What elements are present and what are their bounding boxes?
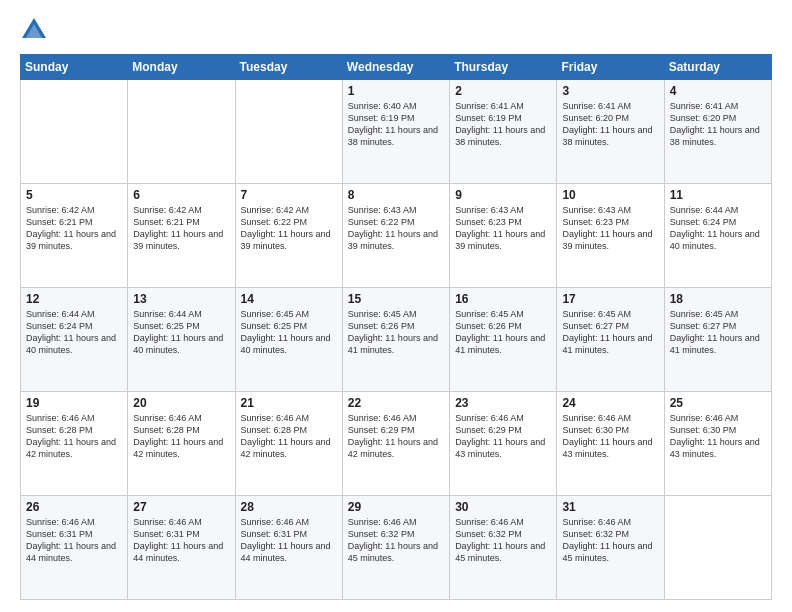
calendar-cell: 4Sunrise: 6:41 AM Sunset: 6:20 PM Daylig… — [664, 80, 771, 184]
calendar-week-5: 26Sunrise: 6:46 AM Sunset: 6:31 PM Dayli… — [21, 496, 772, 600]
calendar-cell: 1Sunrise: 6:40 AM Sunset: 6:19 PM Daylig… — [342, 80, 449, 184]
calendar-cell: 23Sunrise: 6:46 AM Sunset: 6:29 PM Dayli… — [450, 392, 557, 496]
day-number: 12 — [26, 292, 122, 306]
calendar-week-4: 19Sunrise: 6:46 AM Sunset: 6:28 PM Dayli… — [21, 392, 772, 496]
day-info: Sunrise: 6:46 AM Sunset: 6:28 PM Dayligh… — [241, 412, 337, 461]
day-number: 13 — [133, 292, 229, 306]
day-info: Sunrise: 6:46 AM Sunset: 6:31 PM Dayligh… — [241, 516, 337, 565]
day-number: 7 — [241, 188, 337, 202]
calendar-header-saturday: Saturday — [664, 55, 771, 80]
day-info: Sunrise: 6:46 AM Sunset: 6:31 PM Dayligh… — [26, 516, 122, 565]
calendar-cell: 31Sunrise: 6:46 AM Sunset: 6:32 PM Dayli… — [557, 496, 664, 600]
calendar-cell: 5Sunrise: 6:42 AM Sunset: 6:21 PM Daylig… — [21, 184, 128, 288]
calendar-week-3: 12Sunrise: 6:44 AM Sunset: 6:24 PM Dayli… — [21, 288, 772, 392]
calendar-cell — [235, 80, 342, 184]
day-number: 20 — [133, 396, 229, 410]
calendar-cell: 12Sunrise: 6:44 AM Sunset: 6:24 PM Dayli… — [21, 288, 128, 392]
calendar-cell: 9Sunrise: 6:43 AM Sunset: 6:23 PM Daylig… — [450, 184, 557, 288]
day-number: 5 — [26, 188, 122, 202]
day-info: Sunrise: 6:46 AM Sunset: 6:30 PM Dayligh… — [670, 412, 766, 461]
calendar-cell: 24Sunrise: 6:46 AM Sunset: 6:30 PM Dayli… — [557, 392, 664, 496]
day-info: Sunrise: 6:46 AM Sunset: 6:32 PM Dayligh… — [348, 516, 444, 565]
calendar-header-friday: Friday — [557, 55, 664, 80]
day-info: Sunrise: 6:45 AM Sunset: 6:25 PM Dayligh… — [241, 308, 337, 357]
day-info: Sunrise: 6:41 AM Sunset: 6:19 PM Dayligh… — [455, 100, 551, 149]
day-info: Sunrise: 6:42 AM Sunset: 6:21 PM Dayligh… — [26, 204, 122, 253]
calendar-cell — [664, 496, 771, 600]
day-number: 22 — [348, 396, 444, 410]
calendar-cell: 28Sunrise: 6:46 AM Sunset: 6:31 PM Dayli… — [235, 496, 342, 600]
page: SundayMondayTuesdayWednesdayThursdayFrid… — [0, 0, 792, 612]
day-info: Sunrise: 6:41 AM Sunset: 6:20 PM Dayligh… — [562, 100, 658, 149]
calendar: SundayMondayTuesdayWednesdayThursdayFrid… — [20, 54, 772, 600]
calendar-cell: 13Sunrise: 6:44 AM Sunset: 6:25 PM Dayli… — [128, 288, 235, 392]
day-number: 29 — [348, 500, 444, 514]
day-number: 8 — [348, 188, 444, 202]
day-number: 28 — [241, 500, 337, 514]
day-number: 23 — [455, 396, 551, 410]
calendar-header-thursday: Thursday — [450, 55, 557, 80]
day-info: Sunrise: 6:45 AM Sunset: 6:27 PM Dayligh… — [562, 308, 658, 357]
day-number: 25 — [670, 396, 766, 410]
day-number: 4 — [670, 84, 766, 98]
day-info: Sunrise: 6:40 AM Sunset: 6:19 PM Dayligh… — [348, 100, 444, 149]
day-number: 21 — [241, 396, 337, 410]
calendar-cell — [128, 80, 235, 184]
calendar-header-tuesday: Tuesday — [235, 55, 342, 80]
calendar-cell: 29Sunrise: 6:46 AM Sunset: 6:32 PM Dayli… — [342, 496, 449, 600]
calendar-cell: 7Sunrise: 6:42 AM Sunset: 6:22 PM Daylig… — [235, 184, 342, 288]
calendar-cell: 22Sunrise: 6:46 AM Sunset: 6:29 PM Dayli… — [342, 392, 449, 496]
day-number: 1 — [348, 84, 444, 98]
day-info: Sunrise: 6:46 AM Sunset: 6:32 PM Dayligh… — [455, 516, 551, 565]
day-info: Sunrise: 6:45 AM Sunset: 6:27 PM Dayligh… — [670, 308, 766, 357]
calendar-cell: 6Sunrise: 6:42 AM Sunset: 6:21 PM Daylig… — [128, 184, 235, 288]
day-info: Sunrise: 6:42 AM Sunset: 6:21 PM Dayligh… — [133, 204, 229, 253]
calendar-cell: 21Sunrise: 6:46 AM Sunset: 6:28 PM Dayli… — [235, 392, 342, 496]
day-number: 14 — [241, 292, 337, 306]
calendar-header-wednesday: Wednesday — [342, 55, 449, 80]
calendar-cell: 15Sunrise: 6:45 AM Sunset: 6:26 PM Dayli… — [342, 288, 449, 392]
day-info: Sunrise: 6:41 AM Sunset: 6:20 PM Dayligh… — [670, 100, 766, 149]
calendar-cell: 2Sunrise: 6:41 AM Sunset: 6:19 PM Daylig… — [450, 80, 557, 184]
calendar-cell: 20Sunrise: 6:46 AM Sunset: 6:28 PM Dayli… — [128, 392, 235, 496]
day-number: 15 — [348, 292, 444, 306]
day-info: Sunrise: 6:44 AM Sunset: 6:25 PM Dayligh… — [133, 308, 229, 357]
day-info: Sunrise: 6:42 AM Sunset: 6:22 PM Dayligh… — [241, 204, 337, 253]
calendar-cell: 3Sunrise: 6:41 AM Sunset: 6:20 PM Daylig… — [557, 80, 664, 184]
logo — [20, 16, 52, 44]
calendar-cell: 18Sunrise: 6:45 AM Sunset: 6:27 PM Dayli… — [664, 288, 771, 392]
logo-icon — [20, 16, 48, 44]
day-info: Sunrise: 6:46 AM Sunset: 6:28 PM Dayligh… — [26, 412, 122, 461]
day-info: Sunrise: 6:45 AM Sunset: 6:26 PM Dayligh… — [455, 308, 551, 357]
day-number: 26 — [26, 500, 122, 514]
day-number: 30 — [455, 500, 551, 514]
day-number: 9 — [455, 188, 551, 202]
day-info: Sunrise: 6:46 AM Sunset: 6:29 PM Dayligh… — [348, 412, 444, 461]
day-number: 2 — [455, 84, 551, 98]
day-number: 17 — [562, 292, 658, 306]
day-info: Sunrise: 6:43 AM Sunset: 6:22 PM Dayligh… — [348, 204, 444, 253]
calendar-header-row: SundayMondayTuesdayWednesdayThursdayFrid… — [21, 55, 772, 80]
calendar-cell: 10Sunrise: 6:43 AM Sunset: 6:23 PM Dayli… — [557, 184, 664, 288]
calendar-cell: 8Sunrise: 6:43 AM Sunset: 6:22 PM Daylig… — [342, 184, 449, 288]
calendar-cell — [21, 80, 128, 184]
day-info: Sunrise: 6:46 AM Sunset: 6:32 PM Dayligh… — [562, 516, 658, 565]
calendar-cell: 14Sunrise: 6:45 AM Sunset: 6:25 PM Dayli… — [235, 288, 342, 392]
day-info: Sunrise: 6:43 AM Sunset: 6:23 PM Dayligh… — [455, 204, 551, 253]
day-number: 24 — [562, 396, 658, 410]
day-number: 10 — [562, 188, 658, 202]
calendar-week-1: 1Sunrise: 6:40 AM Sunset: 6:19 PM Daylig… — [21, 80, 772, 184]
day-number: 18 — [670, 292, 766, 306]
calendar-cell: 27Sunrise: 6:46 AM Sunset: 6:31 PM Dayli… — [128, 496, 235, 600]
calendar-cell: 19Sunrise: 6:46 AM Sunset: 6:28 PM Dayli… — [21, 392, 128, 496]
day-info: Sunrise: 6:46 AM Sunset: 6:28 PM Dayligh… — [133, 412, 229, 461]
day-number: 11 — [670, 188, 766, 202]
calendar-cell: 16Sunrise: 6:45 AM Sunset: 6:26 PM Dayli… — [450, 288, 557, 392]
calendar-cell: 17Sunrise: 6:45 AM Sunset: 6:27 PM Dayli… — [557, 288, 664, 392]
header — [20, 16, 772, 44]
day-number: 27 — [133, 500, 229, 514]
day-number: 16 — [455, 292, 551, 306]
calendar-cell: 26Sunrise: 6:46 AM Sunset: 6:31 PM Dayli… — [21, 496, 128, 600]
day-number: 6 — [133, 188, 229, 202]
day-number: 19 — [26, 396, 122, 410]
